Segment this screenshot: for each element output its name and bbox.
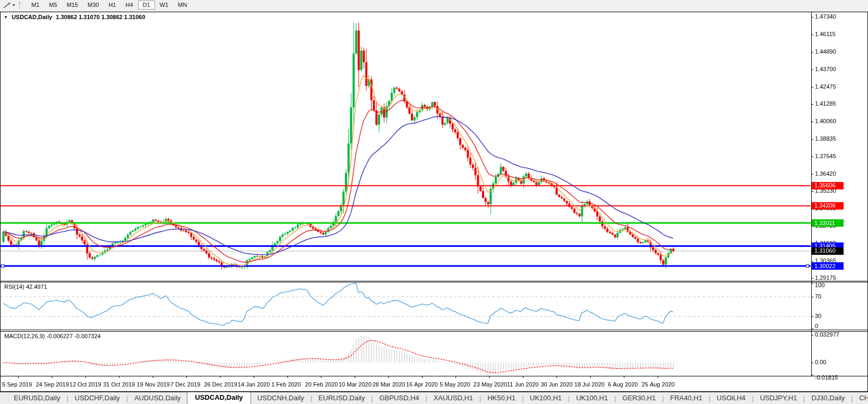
chart-symbol-label: USDCAD,Daily [12,14,52,20]
chart-tab-uk100-h1[interactable]: UK100,H1 [523,393,568,404]
chart-ohlc-values: 1.30862 1.31070 1.30862 1.31060 [56,14,145,20]
timeframe-button-h1[interactable]: H1 [104,1,121,10]
collapse-triangle-icon[interactable]: ▼ [4,15,8,20]
timeframe-button-m15[interactable]: M15 [62,1,83,10]
timeframe-toolbar: ▾ M1M5M15M30H1H4D1W1MN [0,0,868,10]
timeframe-button-w1[interactable]: W1 [155,1,174,10]
timeframe-button-m5[interactable]: M5 [44,1,62,10]
timeframe-button-m30[interactable]: M30 [83,1,104,10]
chart-tab-fra40-h1[interactable]: FRA40,H1 [664,393,709,404]
chart-tab-hk50-h1[interactable]: HK50,H1 [481,393,522,404]
line-drawing-tool-icon[interactable] [2,1,12,9]
rsi-indicator-label: RSI(14) 42.4971 [4,283,47,290]
chart-tab-xauusd-h1[interactable]: XAUUSD,H1 [427,393,479,404]
tool-dropdown-caret[interactable]: ▾ [13,3,15,7]
timeframe-button-m1[interactable]: M1 [27,1,44,10]
chart-tab-audusd-daily[interactable]: AUDUSD,Daily [128,393,187,404]
timeframe-button-mn[interactable]: MN [173,1,192,10]
price-chart-canvas[interactable] [0,0,868,393]
chart-tab-ger30-h1[interactable]: GER30,H1 [616,393,662,404]
trading-terminal: { "toolbar": { "tool_icon": "line-drawin… [0,0,868,404]
chart-tab-eurusd-daily[interactable]: EURUSD,Daily [312,393,371,404]
chart-tab-usdcad-daily[interactable]: USDCAD,Daily [187,392,251,404]
chart-tab-gbpusd-h4[interactable]: GBPUSD,H4 [373,393,425,404]
chart-tab-usoil-h4[interactable]: USOil,H4 [710,393,752,404]
chart-ohlc-header: ▼ USDCAD,Daily 1.30862 1.31070 1.30862 1… [4,14,145,20]
chart-tab-dj30-daily[interactable]: DJ30,Daily [805,393,851,404]
chart-tab-bar: EURUSD,Daily|USDCHF,Daily|AUDUSD,DailyUS… [0,392,868,404]
chart-tab-eurusd-daily[interactable]: EURUSD,Daily [7,393,66,404]
timeframe-buttons: M1M5M15M30H1H4D1W1MN [27,1,192,10]
chart-tab-usdchf-daily[interactable]: USDCHF,Daily [68,393,126,404]
chart-tab-usdcnh-daily[interactable]: USDCNH,Daily [251,393,311,404]
macd-indicator-label: MACD(12,26,9) -0.006227 -0.007324 [4,333,101,339]
chart-tab-usdjpy-h1[interactable]: USDJPY,H1 [753,393,803,404]
chart-tab-uk100-h1[interactable]: UK100,H1 [570,393,614,404]
timeframe-button-d1[interactable]: D1 [138,1,155,10]
timeframe-button-h4[interactable]: H4 [121,1,137,10]
toolbar-grip[interactable] [19,2,22,8]
chart-tab-china300-h1[interactable]: CHINA300,H1 [853,393,868,404]
chart-tabs: EURUSD,Daily|USDCHF,Daily|AUDUSD,DailyUS… [7,392,868,404]
